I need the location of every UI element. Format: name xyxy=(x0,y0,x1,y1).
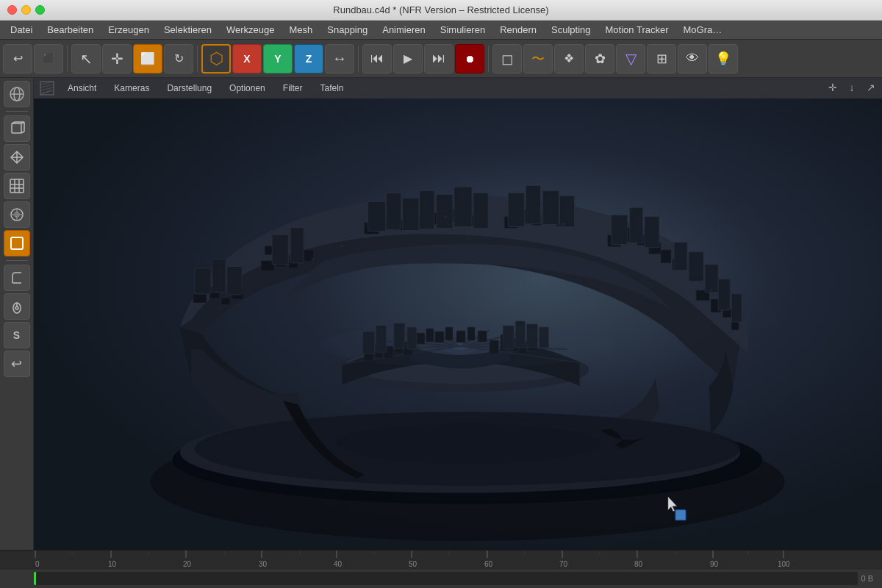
svg-line-26 xyxy=(40,82,54,85)
menu-item-animieren[interactable]: Animieren xyxy=(375,23,433,37)
svg-text:60: 60 xyxy=(484,560,493,568)
menu-item-sculpting[interactable]: Sculpting xyxy=(544,23,598,37)
bend-sb-button[interactable] xyxy=(4,265,30,291)
svg-rect-20 xyxy=(11,237,23,249)
svg-text:0: 0 xyxy=(35,560,40,568)
anim-start-button[interactable]: ⏮ xyxy=(362,44,392,74)
mouse-sb-button[interactable] xyxy=(4,293,30,320)
vp-menu-kameras[interactable]: Kameras xyxy=(105,82,158,95)
deformer-button[interactable]: ▽ xyxy=(616,44,645,74)
smooth-sb-button[interactable]: S xyxy=(4,322,30,348)
sphere-sb-button[interactable] xyxy=(4,201,30,228)
vp-menu-ansicht[interactable]: Ansicht xyxy=(59,82,105,95)
svg-text:80: 80 xyxy=(634,560,643,568)
null-button[interactable]: ❖ xyxy=(554,44,584,74)
particles-button[interactable]: ✿ xyxy=(585,44,614,74)
left-sidebar: S ↩ xyxy=(0,78,34,550)
move-tool-button[interactable]: ✛ xyxy=(102,44,132,74)
diamond-sb-button[interactable] xyxy=(4,144,30,171)
x-axis-button[interactable]: X xyxy=(232,44,262,74)
menu-item-bearbeiten[interactable]: Bearbeiten xyxy=(40,23,101,37)
play-button[interactable]: ▶ xyxy=(393,44,423,74)
maximize-button[interactable] xyxy=(35,5,45,15)
timeline-file-info: 0 B xyxy=(861,574,879,583)
svg-text:40: 40 xyxy=(334,560,343,568)
window-title: Rundbau.c4d * (NFR Version – Restricted … xyxy=(333,4,548,15)
cube-sb-button[interactable] xyxy=(4,115,30,142)
rotate-tool-button[interactable]: ↻ xyxy=(164,44,193,74)
viewport-move-icon[interactable]: ✛ xyxy=(825,79,841,96)
timeline: 0 10 20 30 40 50 xyxy=(0,550,882,588)
redo-button[interactable]: ⬛ xyxy=(34,44,63,74)
svg-rect-147 xyxy=(34,98,882,550)
main-area: S ↩ Ansicht Kameras Darstellung Optionen xyxy=(0,78,882,550)
menu-item-erzeugen[interactable]: Erzeugen xyxy=(101,23,157,37)
timeline-bar: 0 B xyxy=(0,570,882,589)
menu-item-werkzeuge[interactable]: Werkzeuge xyxy=(219,23,282,37)
svg-line-30 xyxy=(40,90,51,95)
menu-item-selektieren[interactable]: Selektieren xyxy=(157,23,219,37)
menu-item-snapping[interactable]: Snapping xyxy=(320,23,375,37)
svg-line-27 xyxy=(40,85,54,87)
world-button[interactable] xyxy=(4,81,30,107)
vp-menu-optionen[interactable]: Optionen xyxy=(220,82,274,95)
svg-text:30: 30 xyxy=(259,560,268,568)
menu-item-mogra-[interactable]: MoGra… xyxy=(676,23,730,37)
select-tool-button[interactable]: ↖ xyxy=(71,44,101,74)
z-axis-button[interactable]: Z xyxy=(294,44,323,74)
undo-button[interactable]: ↩ xyxy=(3,44,32,74)
undo-sb-button[interactable]: ↩ xyxy=(4,351,30,377)
svg-rect-3 xyxy=(12,123,21,133)
grid-button[interactable]: ⊞ xyxy=(647,44,676,74)
menu-item-motion-tracker[interactable]: Motion Tracker xyxy=(598,23,676,37)
vp-menu-darstellung[interactable]: Darstellung xyxy=(158,82,220,95)
viewport-toolbar: Ansicht Kameras Darstellung Optionen Fil… xyxy=(34,78,882,98)
menu-item-simulieren[interactable]: Simulieren xyxy=(433,23,492,37)
record-button[interactable]: ⏺ xyxy=(455,44,484,74)
svg-text:100: 100 xyxy=(778,560,790,568)
svg-text:70: 70 xyxy=(559,560,568,568)
menubar: DateiBearbeitenErzeugenSelektierenWerkze… xyxy=(0,21,882,40)
box-sb-button[interactable] xyxy=(4,230,30,257)
scale-tool-button[interactable]: ⬜ xyxy=(133,44,162,74)
y-axis-button[interactable]: Y xyxy=(263,44,293,74)
object-button[interactable]: ⬡ xyxy=(201,44,231,74)
vp-menu-tafeln[interactable]: Tafeln xyxy=(311,82,352,95)
anim-end-button[interactable]: ⏭ xyxy=(424,44,453,74)
svg-text:90: 90 xyxy=(710,560,719,568)
playhead[interactable] xyxy=(34,572,36,585)
sweep-button[interactable]: 〜 xyxy=(523,44,553,74)
timeline-ruler: 0 10 20 30 40 50 xyxy=(0,551,882,570)
grid-sb-button[interactable] xyxy=(4,173,30,199)
scene-canvas[interactable] xyxy=(34,98,882,550)
worldlocal-button[interactable]: ↔ xyxy=(325,44,354,74)
svg-point-24 xyxy=(15,306,18,309)
svg-text:50: 50 xyxy=(409,560,417,568)
titlebar: Rundbau.c4d * (NFR Version – Restricted … xyxy=(0,0,882,21)
window-controls[interactable] xyxy=(7,5,45,15)
svg-line-28 xyxy=(40,87,54,90)
viewport-grid-icon xyxy=(40,81,54,96)
toolbar-sep-2 xyxy=(197,46,198,72)
sidebar-sep-1 xyxy=(6,111,28,112)
svg-text:10: 10 xyxy=(108,560,117,568)
menu-item-mesh[interactable]: Mesh xyxy=(282,23,320,37)
toolbar-sep-1 xyxy=(67,46,68,72)
viewport-right-icons: ✛ ↓ ↗ xyxy=(825,79,879,96)
vp-menu-filter[interactable]: Filter xyxy=(274,82,312,95)
timeline-scrubber[interactable] xyxy=(34,572,858,585)
menu-item-rendern[interactable]: Rendern xyxy=(492,23,544,37)
svg-rect-11 xyxy=(10,179,24,193)
minimize-button[interactable] xyxy=(21,5,31,15)
viewport-down-icon[interactable]: ↓ xyxy=(844,79,860,96)
toolbar: ↩ ⬛ ↖ ✛ ⬜ ↻ ⬡ X Y Z ↔ ⏮ ▶ ⏭ ⏺ ◻ 〜 ❖ ✿ ▽ … xyxy=(0,40,882,78)
lights-button[interactable]: 💡 xyxy=(709,44,738,74)
sidebar-sep-2 xyxy=(6,260,28,261)
menu-item-datei[interactable]: Datei xyxy=(3,23,40,37)
cube-view-button[interactable]: ◻ xyxy=(492,44,522,74)
close-button[interactable] xyxy=(7,5,17,15)
svg-text:20: 20 xyxy=(183,560,192,568)
viewport[interactable]: Ansicht Kameras Darstellung Optionen Fil… xyxy=(34,78,882,550)
viewport-expand-icon[interactable]: ↗ xyxy=(863,79,879,96)
display-button[interactable]: 👁 xyxy=(678,44,707,74)
